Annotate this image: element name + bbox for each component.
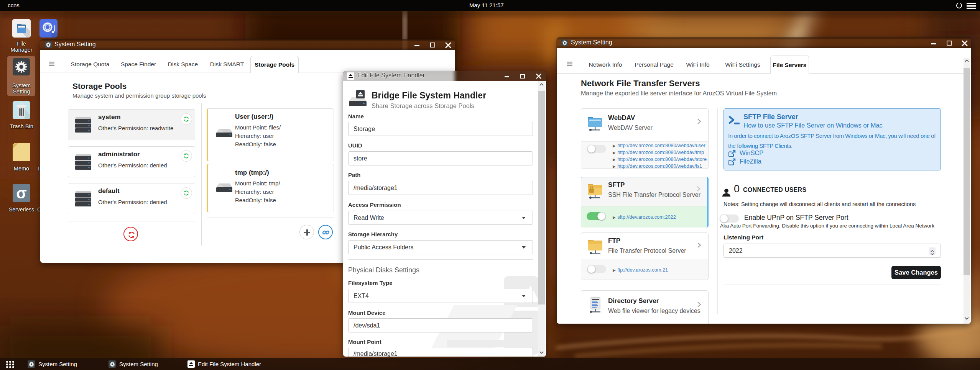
svg-text:σ: σ	[16, 185, 26, 201]
